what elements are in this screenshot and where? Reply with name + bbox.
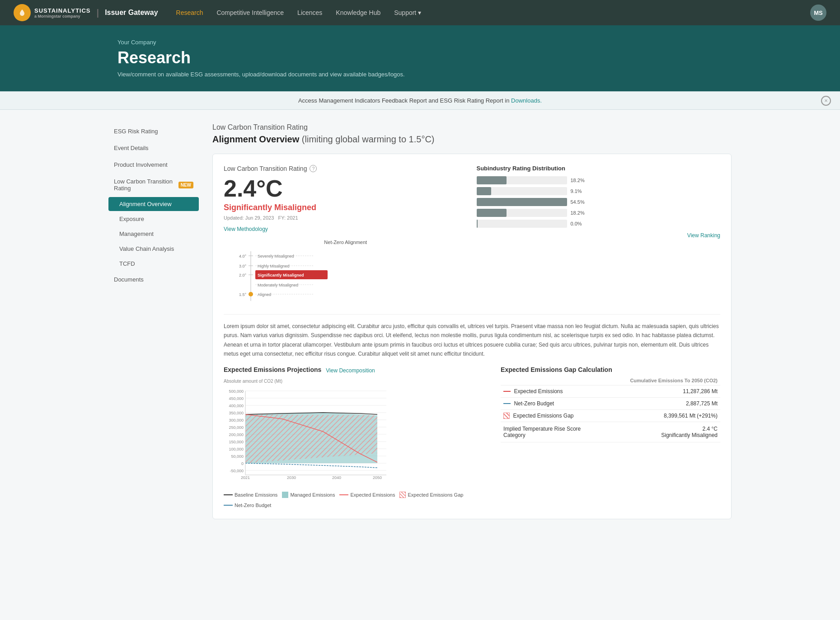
svg-text:100,000: 100,000 [229,447,244,451]
legend-icon-hatch [503,413,510,419]
temp-value: 2.4°C [224,177,468,200]
logo-icon [14,4,31,21]
bar-track-2 [477,187,567,195]
net-zero-label: Net-Zero Alignment [224,240,468,245]
bar-label-4: 18.2% [571,210,585,216]
brand-sub: a Morningstar company [34,14,91,19]
svg-text:2050: 2050 [373,475,382,480]
alert-link[interactable]: Downloads. [511,97,542,104]
bar-label-5: 0.0% [571,221,582,226]
sidebar-item-tcfd[interactable]: TCFD [108,257,199,271]
sidebar-item-low-carbon[interactable]: Low Carbon Transition Rating NEW [108,174,199,196]
svg-text:2.0°: 2.0° [239,273,247,277]
brand: SUSTAINALYTICS a Morningstar company | I… [14,4,158,21]
sidebar-item-exposure[interactable]: Exposure [108,212,199,226]
bar-label-1: 18.2% [571,178,585,183]
nav-divider: | [97,8,99,18]
nav-support[interactable]: Support ▾ [394,9,421,16]
view-ranking-link[interactable]: View Ranking [687,232,720,239]
bar-track-1 [477,176,567,184]
bar-row-3: 54.5% [477,198,721,206]
legend-managed: Managed Emissions [282,492,335,498]
rating-label: Low Carbon Transition Rating ? [224,165,468,172]
sidebar-item-esg-risk-rating[interactable]: ESG Risk Rating [108,123,199,139]
gap-value-gap: 8,399,561 Mt (+291%) [604,409,720,422]
legend-baseline: Baseline Emissions [224,492,277,498]
bar-fill-2 [477,187,491,195]
implied-label1: Implied Temperature Rise Score [503,426,601,432]
brand-text: SUSTAINALYTICS a Morningstar company [34,7,91,19]
view-methodology-link[interactable]: View Methodology [224,226,268,232]
gap-row-expected: Expected Emissions 11,287,286 Mt [501,385,720,397]
gap-value-expected: 11,287,286 Mt [604,385,720,397]
gap-row-netzero: Net-Zero Budget 2,887,725 Mt [501,397,720,409]
svg-text:350,000: 350,000 [229,411,244,415]
svg-text:200,000: 200,000 [229,432,244,437]
svg-text:2021: 2021 [241,475,250,480]
y-label: Absolute amount of CO2 (Mt) [224,379,487,384]
bar-row-4: 18.2% [477,209,721,217]
emissions-left: Expected Emissions Projections View Deco… [224,366,487,508]
bar-row-5: 0.0% [477,220,721,228]
svg-text:Significantly Misaligned: Significantly Misaligned [258,273,304,277]
navbar: SUSTAINALYTICS a Morningstar company | I… [0,0,840,25]
sidebar-item-management[interactable]: Management [108,227,199,241]
new-badge: NEW [178,182,193,188]
nav-competitive[interactable]: Competitive Intelligence [216,9,284,16]
view-decomp-link[interactable]: View Decomposition [326,367,375,374]
subindustry-bars: 18.2% 9.1% [477,176,721,228]
gap-col-header: Cumulative Emissions To 2050 (CO2) [604,376,720,385]
emissions-section: Expected Emissions Projections View Deco… [224,366,720,508]
implied-value1: 2.4 °C [607,426,718,432]
legend-line-expected [339,494,348,495]
content: Low Carbon Transition Rating Alignment O… [212,123,732,528]
rating-right: Subindustry Rating Distribution 18.2% [477,165,721,307]
svg-text:2040: 2040 [332,475,341,480]
sidebar-item-product-involvement[interactable]: Product Involvement [108,157,199,173]
brand-name: SUSTAINALYTICS [34,7,91,14]
nav-links: Research Competitive Intelligence Licenc… [176,9,422,16]
svg-text:-50,000: -50,000 [230,469,244,473]
content-title: Low Carbon Transition Rating [212,123,732,132]
bar-fill-1 [477,176,507,184]
gap-table: Cumulative Emissions To 2050 (CO2) Expec… [501,376,720,443]
sidebar-item-value-chain[interactable]: Value Chain Analysis [108,242,199,256]
gap-title: Expected Emissions Gap Calculation [501,366,720,373]
sidebar-item-event-details[interactable]: Event Details [108,140,199,156]
legend-box-gap [399,492,406,498]
sidebar-item-alignment-overview[interactable]: Alignment Overview [108,197,199,211]
svg-text:0: 0 [241,461,244,466]
svg-text:150,000: 150,000 [229,440,244,444]
nav-research[interactable]: Research [176,9,203,16]
bar-fill-4 [477,209,507,217]
nav-licences[interactable]: Licences [297,9,322,16]
rating-left: Low Carbon Transition Rating ? 2.4°C Sig… [224,165,468,307]
sidebar: ESG Risk Rating Event Details Product In… [108,123,199,288]
svg-text:300,000: 300,000 [229,418,244,423]
bar-fill-3 [477,198,567,206]
heading-main: Alignment Overview [212,134,299,144]
user-avatar[interactable]: MS [810,5,826,21]
svg-text:450,000: 450,000 [229,396,244,401]
main-card: Low Carbon Transition Rating ? 2.4°C Sig… [212,154,732,519]
content-heading: Alignment Overview (limiting global warm… [212,134,732,145]
help-icon[interactable]: ? [310,165,317,172]
bar-fill-5 [477,220,478,228]
svg-text:500,000: 500,000 [229,389,244,394]
svg-text:Moderately Misaligned: Moderately Misaligned [258,283,298,287]
legend-line-netzero [224,505,233,506]
bar-track-5 [477,220,567,228]
bar-label-2: 9.1% [571,188,582,194]
nav-knowledge[interactable]: Knowledge Hub [336,9,380,16]
svg-text:250,000: 250,000 [229,425,244,430]
alert-close-button[interactable]: × [821,96,831,106]
implied-row: Implied Temperature Rise Score Category … [501,422,720,442]
alignment-scale-chart: 4.0° Severely Misaligned 3.0° Highly Mis… [224,247,341,305]
implied-label2: Category [503,432,601,438]
sidebar-item-documents[interactable]: Documents [108,272,199,287]
legend-icon-blue [503,403,511,404]
gap-row-gap: Expected Emissions Gap 8,399,561 Mt (+29… [501,409,720,422]
legend-box-managed [282,492,288,498]
nav-gateway: Issuer Gateway [105,9,158,17]
svg-text:400,000: 400,000 [229,404,244,408]
